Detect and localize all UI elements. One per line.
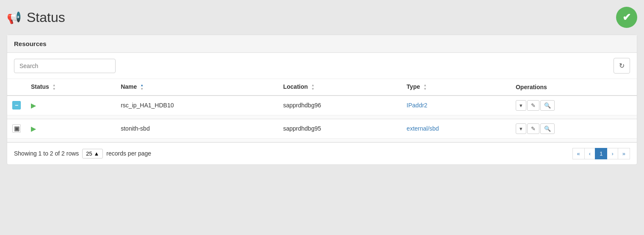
per-page-icon: ▲	[94, 150, 99, 157]
resource-type-link[interactable]: IPaddr2	[406, 102, 427, 109]
operations-dropdown-button[interactable]: ▾	[516, 123, 526, 134]
col-expand	[7, 79, 26, 96]
title-area: 📢 Status	[7, 10, 65, 25]
operations-buttons: ▾✎🔍	[516, 123, 632, 134]
resource-name: rsc_ip_HA1_HDB10	[116, 96, 278, 115]
resources-header: Resources	[7, 35, 637, 53]
first-page-button[interactable]: «	[572, 148, 585, 159]
records-label: records per page	[106, 150, 151, 157]
name-sort-icon: ▲▼	[140, 84, 144, 91]
pagination-area: Showing 1 to 2 of 2 rows 25 ▲ records pe…	[7, 142, 637, 164]
location-sort-icon: ▲▼	[311, 84, 315, 91]
resources-table: Status ▲▼ Name ▲▼ Location ▲▼	[7, 79, 637, 142]
status-play-icon: ▶	[31, 125, 36, 132]
resource-name: stonith-sbd	[116, 119, 278, 138]
per-page-button[interactable]: 25 ▲	[82, 149, 103, 158]
pagination-info: Showing 1 to 2 of 2 rows 25 ▲ records pe…	[14, 149, 151, 158]
col-location: Location ▲▼	[278, 79, 402, 96]
per-page-value: 25	[86, 150, 92, 157]
showing-text: Showing 1 to 2 of 2 rows	[14, 150, 79, 157]
expand-button[interactable]: −	[12, 101, 21, 109]
status-sort-icon: ▲▼	[53, 84, 56, 91]
page-title: Status	[27, 10, 65, 25]
subrow-spacer	[7, 138, 637, 142]
col-name[interactable]: Name ▲▼	[116, 79, 278, 96]
operations-buttons: ▾✎🔍	[516, 100, 632, 111]
resource-type-link[interactable]: external/sbd	[406, 125, 439, 132]
edit-button[interactable]: ✎	[527, 100, 539, 111]
col-type: Type ▲▼	[401, 79, 511, 96]
search-button[interactable]: 🔍	[540, 123, 555, 134]
resource-location: sapprdhdbg95	[278, 119, 402, 138]
table-row: ▣▶stonith-sbdsapprdhdbg95external/sbd▾✎🔍	[7, 119, 637, 138]
expand-button[interactable]: ▣	[12, 124, 21, 133]
resources-panel: Resources ↻ Status ▲▼ Name ▲▼	[7, 35, 637, 165]
resources-title: Resources	[14, 40, 47, 47]
status-play-icon: ▶	[31, 102, 36, 109]
next-page-button[interactable]: ›	[607, 148, 618, 159]
operations-dropdown-button[interactable]: ▾	[516, 100, 526, 111]
subrow-spacer	[7, 115, 637, 119]
col-operations: Operations	[511, 79, 637, 96]
last-page-button[interactable]: »	[618, 148, 630, 159]
current-page-button[interactable]: 1	[595, 148, 607, 159]
resource-location: sapprdhdbg96	[278, 96, 402, 115]
pagination-buttons: « ‹ 1 › »	[573, 148, 630, 159]
status-ok-badge: ✔	[616, 7, 637, 28]
table-row: −▶rsc_ip_HA1_HDB10sapprdhdbg96IPaddr2▾✎🔍	[7, 96, 637, 115]
col-status: Status ▲▼	[26, 79, 116, 96]
search-button[interactable]: 🔍	[540, 100, 555, 111]
prev-page-button[interactable]: ‹	[584, 148, 595, 159]
page-header: 📢 Status ✔	[7, 7, 637, 28]
type-sort-icon: ▲▼	[423, 84, 427, 91]
refresh-button[interactable]: ↻	[614, 58, 630, 74]
megaphone-icon: 📢	[7, 11, 22, 25]
search-input[interactable]	[14, 59, 116, 73]
edit-button[interactable]: ✎	[527, 123, 539, 134]
table-header-row: Status ▲▼ Name ▲▼ Location ▲▼	[7, 79, 637, 96]
toolbar: ↻	[7, 53, 637, 79]
